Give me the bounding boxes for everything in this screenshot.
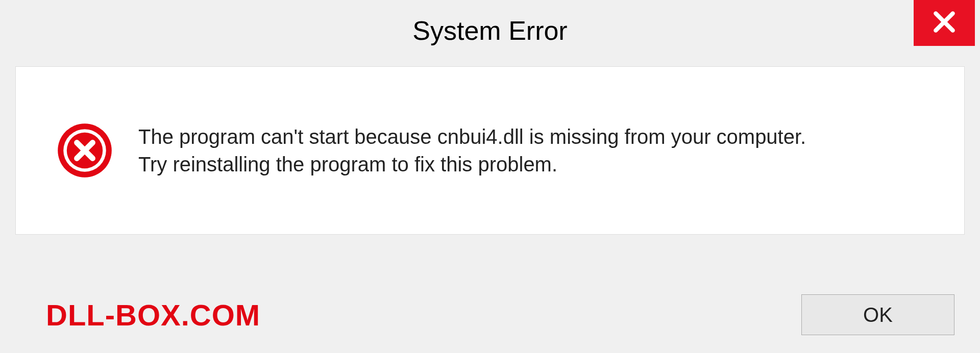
message-line-1: The program can't start because cnbui4.d… xyxy=(138,123,964,150)
titlebar: System Error xyxy=(0,0,980,61)
message-panel: The program can't start because cnbui4.d… xyxy=(15,66,965,235)
close-icon xyxy=(932,9,957,37)
ok-button-label: OK xyxy=(863,304,893,326)
close-button[interactable] xyxy=(914,0,975,46)
footer: DLL-BOX.COM OK xyxy=(15,287,965,343)
ok-button[interactable]: OK xyxy=(801,294,954,335)
message-text: The program can't start because cnbui4.d… xyxy=(138,123,964,178)
message-line-2: Try reinstalling the program to fix this… xyxy=(138,150,964,178)
watermark-text: DLL-BOX.COM xyxy=(46,298,260,332)
error-icon xyxy=(57,122,113,179)
window-title: System Error xyxy=(412,15,567,46)
